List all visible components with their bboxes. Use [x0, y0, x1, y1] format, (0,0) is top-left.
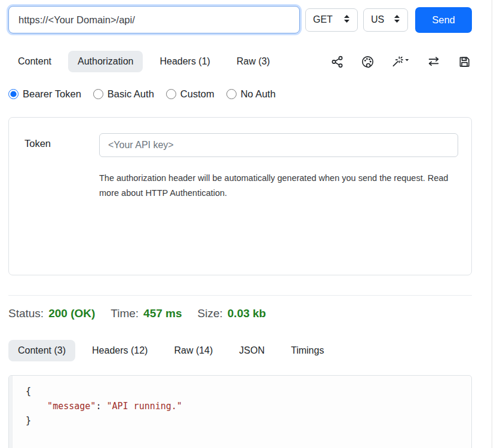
- region-select-value: US: [371, 14, 384, 25]
- divider: [8, 295, 472, 296]
- code-colon: :: [96, 401, 106, 412]
- updown-arrows-icon: [394, 14, 400, 26]
- region-select[interactable]: US: [363, 8, 408, 32]
- token-help-text: The authorization header will be automat…: [99, 171, 458, 201]
- response-tabs: Content (3) Headers (12) Raw (14) JSON T…: [8, 340, 472, 361]
- response-tab-content[interactable]: Content (3): [8, 340, 75, 361]
- method-select-value: GET: [313, 14, 333, 25]
- tab-authorization[interactable]: Authorization: [68, 51, 143, 72]
- tab-headers[interactable]: Headers (1): [150, 51, 219, 72]
- radio-bearer-token[interactable]: Bearer Token: [8, 88, 81, 100]
- updown-arrows-icon: [343, 14, 350, 26]
- radio-label: Custom: [180, 88, 214, 100]
- radio-no-auth-input[interactable]: [226, 89, 237, 99]
- radio-custom-input[interactable]: [166, 89, 176, 99]
- code-json-value: "API running.": [106, 401, 182, 412]
- response-body-block: { "message": "API running." }: [8, 375, 472, 448]
- radio-label: No Auth: [241, 88, 276, 100]
- tab-raw[interactable]: Raw (3): [227, 51, 280, 72]
- request-tabs: Content Authorization Headers (1) Raw (3…: [8, 51, 472, 72]
- palette-icon[interactable]: [361, 56, 374, 68]
- response-body-code: { "message": "API running." }: [9, 376, 471, 434]
- radio-basic-auth-input[interactable]: [93, 89, 103, 99]
- radio-label: Basic Auth: [108, 88, 154, 100]
- radio-label: Bearer Token: [23, 88, 81, 100]
- size-label: Size:: [198, 307, 223, 320]
- response-tab-timings[interactable]: Timings: [281, 340, 333, 361]
- token-panel: Token The authorization header will be a…: [8, 117, 472, 275]
- time-value: 457 ms: [143, 307, 182, 320]
- response-tab-raw[interactable]: Raw (14): [164, 340, 222, 361]
- token-input[interactable]: [99, 133, 458, 157]
- response-tab-json[interactable]: JSON: [229, 340, 274, 361]
- code-open-brace: {: [26, 386, 31, 397]
- request-bar: GET US Send: [8, 6, 472, 33]
- share-icon[interactable]: [331, 56, 343, 68]
- radio-no-auth[interactable]: No Auth: [226, 88, 276, 100]
- status-value: 200 (OK): [48, 307, 95, 320]
- radio-bearer-token-input[interactable]: [8, 89, 19, 99]
- size-value: 0.03 kb: [228, 307, 266, 320]
- radio-basic-auth[interactable]: Basic Auth: [93, 88, 154, 100]
- save-icon[interactable]: [458, 56, 471, 68]
- code-close-brace: }: [26, 415, 31, 426]
- tab-content[interactable]: Content: [8, 51, 61, 72]
- magic-wand-dropdown-icon[interactable]: [392, 56, 409, 67]
- url-input[interactable]: [8, 6, 300, 33]
- api-client-panel: GET US Send Content Authorization Header…: [8, 0, 472, 448]
- radio-custom[interactable]: Custom: [166, 88, 214, 100]
- send-button[interactable]: Send: [415, 7, 472, 33]
- transfer-arrows-icon[interactable]: [427, 55, 440, 68]
- method-select[interactable]: GET: [305, 8, 358, 32]
- request-toolbar: [331, 55, 472, 68]
- code-gutter: [9, 376, 13, 448]
- token-label: Token: [24, 133, 99, 275]
- time-label: Time:: [111, 307, 139, 320]
- status-label: Status:: [8, 307, 44, 320]
- response-tab-headers[interactable]: Headers (12): [82, 340, 157, 361]
- code-json-key: "message": [26, 401, 96, 412]
- auth-type-options: Bearer Token Basic Auth Custom No Auth: [8, 88, 472, 100]
- scrollbar-track-line[interactable]: [492, 0, 492, 448]
- response-status-row: Status: 200 (OK) Time: 457 ms Size: 0.03…: [8, 307, 472, 320]
